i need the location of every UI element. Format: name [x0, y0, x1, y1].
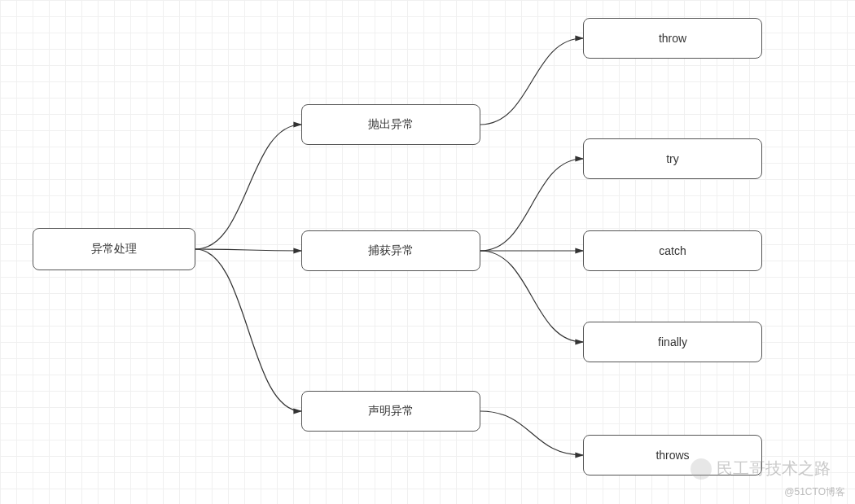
leaf-finally-label: finally [658, 335, 687, 348]
watermark-text: 民工哥技术之路 [717, 458, 831, 480]
leaf-catch: catch [583, 230, 762, 271]
leaf-throw-label: throw [659, 32, 686, 45]
leaf-try-label: try [666, 152, 679, 165]
branch-declare: 声明异常 [301, 391, 480, 432]
root-label: 异常处理 [91, 242, 137, 256]
branch-throw: 抛出异常 [301, 104, 480, 145]
leaf-finally: finally [583, 322, 762, 362]
branch-declare-label: 声明异常 [368, 404, 414, 419]
branch-throw-label: 抛出异常 [368, 117, 414, 132]
leaf-try: try [583, 138, 762, 179]
branch-catch-label: 捕获异常 [368, 243, 414, 258]
root-node: 异常处理 [33, 228, 195, 270]
wechat-icon [691, 458, 712, 480]
leaf-throws-label: throws [656, 449, 689, 462]
leaf-throw: throw [583, 18, 762, 59]
watermark: 民工哥技术之路 [691, 458, 831, 480]
branch-catch: 捕获异常 [301, 230, 480, 271]
leaf-catch-label: catch [659, 244, 686, 257]
credit-text: @51CTO博客 [784, 485, 845, 499]
